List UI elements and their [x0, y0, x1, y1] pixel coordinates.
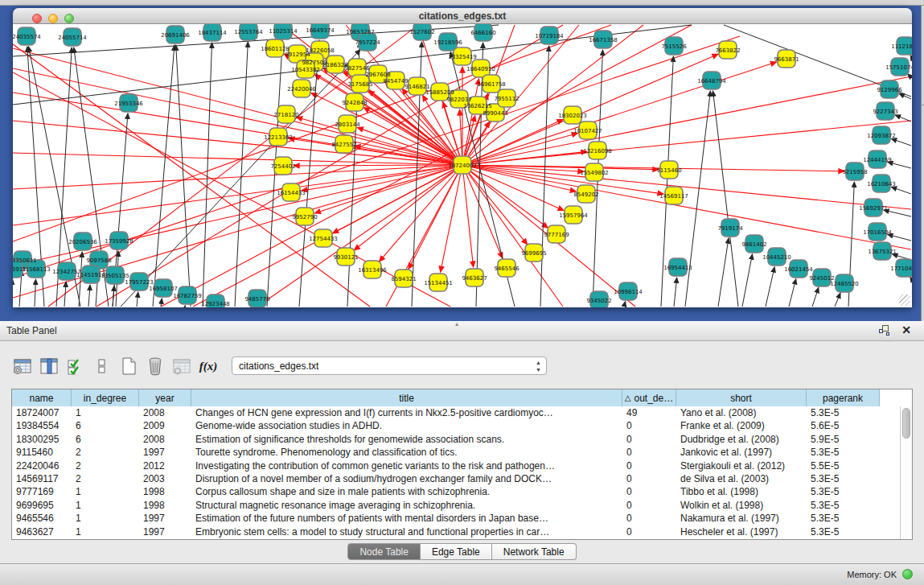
destroy-table-disabled-icon[interactable] — [170, 355, 193, 377]
cell-out_de: 0 — [622, 525, 676, 538]
column-header-title[interactable]: title — [191, 389, 622, 406]
graph-node-label: 13350611 — [13, 257, 37, 264]
column-header-pagerank[interactable]: pagerank — [807, 389, 880, 406]
citation-edge-black — [235, 42, 248, 307]
table-row[interactable]: 969969511998Structural magnetic resonanc… — [12, 499, 912, 512]
graph-node-label: 16649374 — [306, 27, 335, 34]
graph-node-label: 9097588 — [86, 257, 111, 264]
citation-edge-black — [35, 279, 35, 307]
split-divider-handle[interactable]: ▴ — [455, 320, 458, 328]
cell-pagerank: 5.6E-5 — [807, 419, 880, 432]
column-header-in_degree[interactable]: in_degree — [72, 389, 139, 406]
column-header-year[interactable]: year — [139, 389, 191, 406]
cell-pagerank: 5.3E-5 — [807, 472, 880, 485]
cell-in_degree: 1 — [72, 485, 139, 498]
citation-edge-red — [441, 165, 462, 272]
cell-out_de: 0 — [622, 512, 676, 525]
table-vertical-scrollbar[interactable] — [900, 406, 912, 539]
graph-node-label: 9215958 — [842, 169, 867, 175]
cell-name: 18300295 — [12, 433, 72, 446]
new-table-icon[interactable] — [117, 355, 140, 377]
citation-edge-black — [161, 299, 162, 307]
table-row[interactable]: 946554611997Estimation of the future num… — [12, 512, 912, 525]
graph-node-label: 12485520 — [830, 281, 859, 287]
graph-node-label: 7254402 — [270, 163, 295, 170]
citation-network-graph[interactable]: 1872400724035574240557142069140618437114… — [13, 24, 912, 307]
graph-node-label: 7955112 — [494, 96, 519, 102]
tab-edge-table[interactable]: Edge Table — [421, 543, 492, 560]
table-row[interactable]: 1872400712008Changes of HCN gene express… — [12, 406, 912, 419]
column-header-out_de[interactable]: △out_de… — [622, 389, 676, 406]
cell-title: Tourette syndrome. Phenomenology and cla… — [191, 446, 622, 459]
window-resize-grip[interactable] — [899, 295, 910, 306]
citation-edge-black — [789, 279, 796, 307]
tab-network-table[interactable]: Network Table — [492, 543, 577, 560]
function-builder-icon[interactable]: f(x) — [197, 355, 220, 377]
table-toolbar: f(x) — [11, 353, 224, 379]
column-header-filler — [880, 389, 912, 406]
cell-out_de: 0 — [622, 419, 676, 432]
cell-short: Yano et al. (2008) — [676, 406, 807, 419]
table-row[interactable]: 946362711997Embryonic stem cells: a mode… — [12, 525, 912, 538]
table-row[interactable]: 2242004622012Investigating the contribut… — [12, 459, 912, 472]
cell-name: 9115460 — [12, 446, 72, 459]
tab-node-table[interactable]: Node Table — [347, 543, 421, 560]
citation-edge-black — [895, 115, 911, 122]
citation-edge-red — [13, 165, 462, 225]
graph-node-label: 10107427 — [573, 128, 602, 134]
citation-edge-red — [161, 25, 692, 307]
select-columns-icon[interactable] — [38, 355, 60, 377]
cell-out_de: 0 — [622, 499, 676, 512]
app-frame-top-strip — [0, 0, 924, 6]
scrollbar-thumb[interactable] — [902, 408, 910, 439]
cell-in_degree: 6 — [72, 433, 139, 446]
graph-node-label: 9663871 — [774, 56, 799, 63]
cell-title: Structural magnetic resonance image aver… — [191, 499, 622, 512]
graph-node-label: 12093872 — [867, 133, 896, 139]
citation-edge-black — [88, 285, 90, 307]
column-header-name[interactable]: name — [12, 389, 72, 406]
delete-table-icon[interactable] — [144, 355, 166, 377]
table-header-row: namein_degreeyeartitle△out_de…shortpager… — [12, 389, 912, 406]
cell-pagerank: 5.3E-5 — [807, 446, 880, 459]
network-window-title: citations_edges.txt — [13, 10, 912, 22]
graph-node-label: 16954413 — [663, 265, 692, 271]
cell-name: 9465546 — [12, 512, 72, 525]
cell-in_degree: 1 — [72, 499, 139, 512]
cell-short: Franke et al. (2009) — [676, 419, 807, 432]
cell-pagerank: 5.5E-5 — [807, 459, 880, 472]
citation-edge-black — [685, 91, 710, 307]
close-panel-icon[interactable]: ✕ — [901, 323, 911, 336]
graph-node-label: 14569117 — [659, 193, 688, 200]
graph-node-label: 16782759 — [173, 293, 202, 299]
cell-in_degree: 2 — [72, 446, 139, 459]
merge-rows-icon[interactable] — [91, 355, 113, 377]
cell-short: Dudbridge et al. (2008) — [676, 433, 807, 446]
table-row[interactable]: 1456911722003Disruption of a novel membe… — [12, 472, 912, 485]
column-header-short[interactable]: short — [676, 389, 807, 406]
table-row[interactable]: 1830029562008Estimation of significance … — [12, 433, 912, 446]
table-row[interactable]: 977716911998Corpus callosum shape and si… — [12, 485, 912, 498]
graph-node-label: 16021454 — [784, 266, 813, 273]
table-row[interactable]: 911546021997Tourette syndrome. Phenomeno… — [12, 446, 912, 459]
graph-node-label: 9699695 — [521, 250, 546, 257]
network-canvas[interactable]: 1872400724035574240557142069140618437114… — [13, 24, 912, 307]
table-row[interactable]: 1938455462009Genome-wide association stu… — [12, 419, 912, 432]
cell-name: 22420046 — [12, 459, 72, 472]
cell-in_degree: 2 — [72, 472, 139, 485]
select-all-rows-icon[interactable] — [64, 355, 87, 377]
table-settings-icon[interactable] — [11, 355, 34, 377]
graph-node-label: 2967608 — [365, 72, 390, 78]
cell-short: Nakamura et al. (1997) — [676, 512, 807, 525]
table-panel: ▴ Table Panel ✕ f(x) citations_edges.txt… — [0, 321, 924, 563]
graph-node-label: 9345022 — [586, 298, 611, 304]
network-window-titlebar[interactable]: citations_edges.txt — [13, 8, 912, 24]
graph-node-label: 8594321 — [391, 276, 416, 282]
cell-out_de: 0 — [622, 446, 676, 459]
network-table-select[interactable]: citations_edges.txt ▲▼ — [232, 356, 547, 375]
float-panel-icon[interactable] — [879, 325, 890, 336]
graph-node-label: 16958107 — [149, 286, 178, 292]
graph-node-label: 9463627 — [462, 275, 487, 282]
citation-edge-red — [296, 117, 462, 165]
cell-short: de Silva et al. (2003) — [676, 472, 807, 485]
